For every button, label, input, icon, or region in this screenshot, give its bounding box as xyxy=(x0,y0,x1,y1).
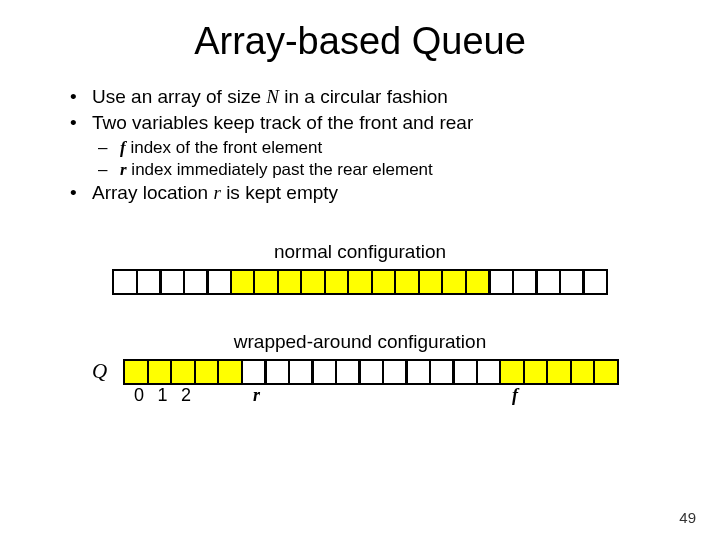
array-cell xyxy=(476,359,502,385)
page-number: 49 xyxy=(679,509,696,526)
array-cell xyxy=(570,359,596,385)
array-cell xyxy=(136,269,162,295)
array-cell xyxy=(112,269,138,295)
index-label: 2 xyxy=(173,385,199,406)
array-cell xyxy=(123,359,149,385)
index-label: 1 xyxy=(150,385,176,406)
bullet-3-var: r xyxy=(213,182,220,203)
index-label xyxy=(596,385,622,406)
index-label xyxy=(432,385,458,406)
array-cell xyxy=(546,359,572,385)
array-cell xyxy=(452,359,478,385)
array-wrapped xyxy=(123,359,619,385)
bullet-2a: f index of the front element xyxy=(98,137,720,158)
bullet-2b-text: index immediately past the rear element xyxy=(127,160,433,179)
bullet-2: Two variables keep track of the front an… xyxy=(70,111,720,135)
index-label xyxy=(197,385,223,406)
bullet-1-post: in a circular fashion xyxy=(279,86,448,107)
array-cell xyxy=(405,359,431,385)
bullet-1: Use an array of size N in a circular fas… xyxy=(70,85,720,109)
array-cell xyxy=(512,269,538,295)
index-label xyxy=(526,385,552,406)
array-cell xyxy=(288,359,314,385)
array-cell xyxy=(170,359,196,385)
q-label: Q xyxy=(92,359,107,384)
array-cell xyxy=(253,269,279,295)
index-label: r xyxy=(244,385,270,406)
array-cell xyxy=(582,269,608,295)
array-cell xyxy=(206,269,232,295)
index-row: 012rf xyxy=(126,385,720,406)
array-cell xyxy=(499,359,525,385)
array-cell xyxy=(264,359,290,385)
array-cell xyxy=(335,359,361,385)
array-wrapped-row: Q xyxy=(92,359,720,385)
index-label xyxy=(291,385,317,406)
index-label xyxy=(220,385,246,406)
bullet-3-post: is kept empty xyxy=(221,182,338,203)
index-label xyxy=(338,385,364,406)
bullet-list: Use an array of size N in a circular fas… xyxy=(70,85,720,205)
array-cell xyxy=(559,269,585,295)
index-label xyxy=(361,385,387,406)
bullet-2b: r index immediately past the rear elemen… xyxy=(98,159,720,180)
index-label xyxy=(267,385,293,406)
array-cell xyxy=(217,359,243,385)
array-cell xyxy=(441,269,467,295)
array-cell xyxy=(535,269,561,295)
array-cell xyxy=(358,359,384,385)
array-cell xyxy=(230,269,256,295)
array-cell xyxy=(147,359,173,385)
index-label xyxy=(455,385,481,406)
array-cell xyxy=(300,269,326,295)
array-cell xyxy=(523,359,549,385)
array-cell xyxy=(347,269,373,295)
index-label xyxy=(314,385,340,406)
array-cell xyxy=(194,359,220,385)
array-cell xyxy=(429,359,455,385)
index-label xyxy=(479,385,505,406)
index-label: f xyxy=(502,385,528,406)
array-cell xyxy=(394,269,420,295)
array-cell xyxy=(241,359,267,385)
bullet-2b-var: r xyxy=(120,160,127,179)
index-label xyxy=(385,385,411,406)
array-cell xyxy=(418,269,444,295)
bullet-1-pre: Use an array of size xyxy=(92,86,266,107)
array-cell xyxy=(371,269,397,295)
bullet-1-N: N xyxy=(266,86,279,107)
index-label xyxy=(573,385,599,406)
array-normal xyxy=(0,269,720,295)
array-cell xyxy=(159,269,185,295)
array-cell xyxy=(488,269,514,295)
array-cell xyxy=(324,269,350,295)
array-cell xyxy=(593,359,619,385)
array-cell xyxy=(382,359,408,385)
slide-title: Array-based Queue xyxy=(0,20,720,63)
config2-label: wrapped-around configuration xyxy=(0,331,720,353)
bullet-3-pre: Array location xyxy=(92,182,213,203)
array-cell xyxy=(465,269,491,295)
index-label: 0 xyxy=(126,385,152,406)
index-label xyxy=(549,385,575,406)
array-cell xyxy=(277,269,303,295)
config1-label: normal configuration xyxy=(0,241,720,263)
array-cell xyxy=(183,269,209,295)
bullet-3: Array location r is kept empty xyxy=(70,181,720,205)
bullet-2a-text: index of the front element xyxy=(126,138,323,157)
array-cell xyxy=(311,359,337,385)
index-label xyxy=(408,385,434,406)
